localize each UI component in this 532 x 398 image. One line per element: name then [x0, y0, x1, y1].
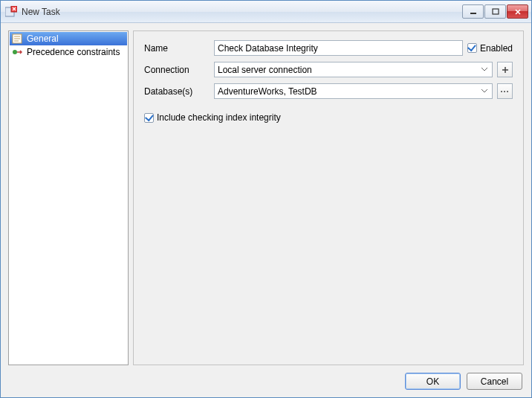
window-title: New Task — [22, 7, 462, 17]
minimize-button[interactable] — [462, 4, 484, 19]
name-label: Name — [144, 43, 210, 54]
databases-combo[interactable]: AdventureWorks, TestDB — [214, 83, 493, 99]
index-integrity-wrapper[interactable]: Include checking index integrity — [144, 112, 513, 123]
sidebar-item-label: General — [27, 33, 59, 44]
ellipsis-icon: ··· — [500, 87, 509, 96]
dialog-window: New Task — [0, 0, 532, 398]
chevron-down-icon — [480, 89, 489, 94]
sidebar-item-precedence[interactable]: Precedence constraints — [10, 45, 127, 59]
sidebar: General Precedence constraints — [8, 31, 129, 365]
databases-label: Database(s) — [144, 86, 210, 97]
name-row: Name Enabled — [144, 40, 513, 56]
window-controls — [462, 4, 528, 19]
close-button[interactable] — [507, 4, 528, 19]
app-icon — [5, 6, 17, 18]
precedence-icon — [12, 46, 24, 58]
chevron-down-icon — [480, 68, 489, 72]
databases-browse-button[interactable]: ··· — [497, 83, 513, 99]
content-panel: Name Enabled Connection Local server con… — [133, 31, 524, 365]
titlebar[interactable]: New Task — [1, 1, 531, 23]
name-input[interactable] — [214, 40, 463, 56]
svg-rect-3 — [493, 9, 499, 14]
connection-label: Connection — [144, 65, 210, 75]
sidebar-item-general[interactable]: General — [10, 32, 127, 45]
index-integrity-checkbox[interactable] — [144, 113, 154, 123]
databases-row: Database(s) AdventureWorks, TestDB ··· — [144, 83, 513, 99]
enabled-checkbox[interactable] — [467, 43, 477, 53]
footer: OK Cancel — [8, 371, 524, 390]
general-icon — [12, 33, 24, 45]
ok-button[interactable]: OK — [405, 373, 461, 390]
maximize-button[interactable] — [484, 4, 506, 19]
connection-row: Connection Local server connection — [144, 62, 513, 77]
sidebar-item-label: Precedence constraints — [27, 47, 120, 57]
connection-combo[interactable]: Local server connection — [214, 62, 493, 77]
connection-value: Local server connection — [218, 65, 480, 75]
add-connection-button[interactable] — [497, 62, 513, 77]
index-integrity-label: Include checking index integrity — [157, 112, 281, 123]
client-area: General Precedence constraints Name — [1, 23, 531, 397]
databases-value: AdventureWorks, TestDB — [218, 86, 480, 97]
cancel-button[interactable]: Cancel — [467, 373, 522, 390]
main-area: General Precedence constraints Name — [8, 31, 524, 365]
svg-point-5 — [13, 50, 17, 54]
enabled-label: Enabled — [480, 43, 513, 54]
enabled-checkbox-wrapper[interactable]: Enabled — [467, 43, 513, 54]
